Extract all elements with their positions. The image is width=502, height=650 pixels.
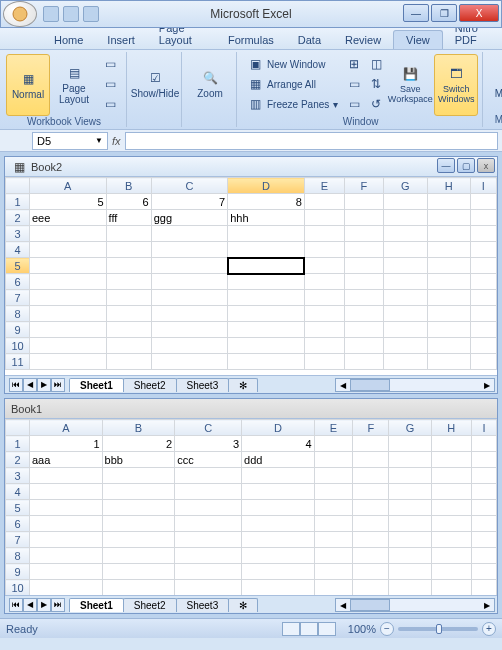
cell[interactable] xyxy=(389,532,431,548)
qat-save-icon[interactable] xyxy=(43,6,59,22)
row-header[interactable]: 9 xyxy=(6,322,30,338)
cell[interactable] xyxy=(314,564,352,580)
cell[interactable] xyxy=(383,306,427,322)
tab-home[interactable]: Home xyxy=(42,31,95,49)
col-header[interactable]: D xyxy=(228,178,305,194)
cell[interactable] xyxy=(30,322,107,338)
cell[interactable] xyxy=(242,564,315,580)
cell[interactable] xyxy=(30,274,107,290)
cell[interactable]: 5 xyxy=(30,194,107,210)
cell[interactable]: bbb xyxy=(102,452,175,468)
full-screen-button[interactable]: ▭ xyxy=(98,94,122,114)
hide-button[interactable]: ▭ xyxy=(344,74,364,94)
cell[interactable] xyxy=(175,468,242,484)
cell[interactable] xyxy=(314,516,352,532)
zoom-slider-handle[interactable] xyxy=(436,624,442,634)
col-header[interactable]: F xyxy=(345,178,383,194)
cell[interactable] xyxy=(102,548,175,564)
row-header[interactable]: 3 xyxy=(6,226,30,242)
cell[interactable] xyxy=(30,306,107,322)
close-button[interactable]: X xyxy=(459,4,499,22)
col-header[interactable]: I xyxy=(471,420,496,436)
row-header[interactable]: 2 xyxy=(6,210,30,226)
page-break-preview-button[interactable]: ▭ xyxy=(98,54,122,74)
cell[interactable] xyxy=(431,452,471,468)
freeze-panes-button[interactable]: ▥Freeze Panes ▾ xyxy=(243,94,342,114)
cell[interactable] xyxy=(471,468,496,484)
col-header[interactable]: H xyxy=(428,178,470,194)
col-header[interactable]: A xyxy=(30,178,107,194)
sheet-nav-prev-icon[interactable]: ◀ xyxy=(23,598,37,612)
sheet-tab[interactable]: Sheet3 xyxy=(176,598,230,612)
cell[interactable] xyxy=(428,274,470,290)
qat-redo-icon[interactable] xyxy=(83,6,99,22)
sheet-nav-last-icon[interactable]: ⏭ xyxy=(51,598,65,612)
cell[interactable] xyxy=(383,258,427,274)
view-page-break-icon[interactable] xyxy=(318,622,336,636)
col-header[interactable]: C xyxy=(175,420,242,436)
cell[interactable] xyxy=(470,306,497,322)
cell[interactable] xyxy=(353,452,389,468)
cell[interactable] xyxy=(175,484,242,500)
cell[interactable] xyxy=(383,354,427,370)
col-header[interactable]: E xyxy=(314,420,352,436)
row-header[interactable]: 2 xyxy=(6,452,30,468)
cell[interactable] xyxy=(106,338,151,354)
book2-restore[interactable]: ▢ xyxy=(457,158,475,173)
sync-scroll-button[interactable]: ⇅ xyxy=(366,74,386,94)
cell[interactable] xyxy=(383,322,427,338)
cell[interactable] xyxy=(470,258,497,274)
row-header[interactable]: 3 xyxy=(6,468,30,484)
name-box-dropdown-icon[interactable]: ▼ xyxy=(95,136,103,145)
col-header[interactable]: A xyxy=(30,420,103,436)
cell[interactable] xyxy=(431,580,471,596)
macros-button[interactable]: ▶ Macros xyxy=(489,54,502,114)
cell[interactable] xyxy=(428,210,470,226)
cell[interactable]: ccc xyxy=(175,452,242,468)
cell[interactable] xyxy=(228,226,305,242)
cell[interactable] xyxy=(175,532,242,548)
cell[interactable] xyxy=(470,290,497,306)
cell[interactable] xyxy=(304,338,344,354)
cell[interactable]: 7 xyxy=(151,194,228,210)
scroll-thumb[interactable] xyxy=(350,599,390,611)
cell[interactable] xyxy=(242,500,315,516)
col-header[interactable]: I xyxy=(470,178,497,194)
cell[interactable] xyxy=(304,290,344,306)
cell[interactable] xyxy=(304,226,344,242)
fx-icon[interactable]: fx xyxy=(112,135,121,147)
cell[interactable] xyxy=(304,194,344,210)
insert-sheet-tab[interactable]: ✻ xyxy=(228,598,258,612)
cell[interactable] xyxy=(228,242,305,258)
cell[interactable] xyxy=(314,500,352,516)
cell[interactable] xyxy=(470,322,497,338)
cell[interactable] xyxy=(314,580,352,596)
cell[interactable] xyxy=(228,290,305,306)
save-workspace-button[interactable]: 💾 Save Workspace xyxy=(388,54,432,116)
cell[interactable] xyxy=(102,500,175,516)
cell[interactable] xyxy=(304,242,344,258)
new-window-button[interactable]: ▣New Window xyxy=(243,54,342,74)
office-button[interactable] xyxy=(3,1,37,27)
reset-window-button[interactable]: ↺ xyxy=(366,94,386,114)
cell[interactable] xyxy=(470,242,497,258)
arrange-all-button[interactable]: ▦Arrange All xyxy=(243,74,342,94)
sheet-nav-next-icon[interactable]: ▶ xyxy=(37,598,51,612)
cell[interactable] xyxy=(353,436,389,452)
scroll-left-icon[interactable]: ◀ xyxy=(336,599,350,611)
cell[interactable] xyxy=(242,516,315,532)
cell[interactable] xyxy=(314,532,352,548)
cell[interactable] xyxy=(30,258,107,274)
row-header[interactable]: 11 xyxy=(6,354,30,370)
tab-insert[interactable]: Insert xyxy=(95,31,147,49)
cell[interactable] xyxy=(471,484,496,500)
cell[interactable] xyxy=(175,500,242,516)
row-header[interactable]: 8 xyxy=(6,306,30,322)
book2-titlebar[interactable]: ▦ Book2 — ▢ x xyxy=(5,157,497,177)
cell[interactable] xyxy=(106,354,151,370)
cell[interactable] xyxy=(151,258,228,274)
horizontal-scrollbar[interactable]: ◀ ▶ xyxy=(335,378,495,392)
cell[interactable] xyxy=(431,436,471,452)
cell[interactable] xyxy=(353,564,389,580)
cell[interactable] xyxy=(389,516,431,532)
